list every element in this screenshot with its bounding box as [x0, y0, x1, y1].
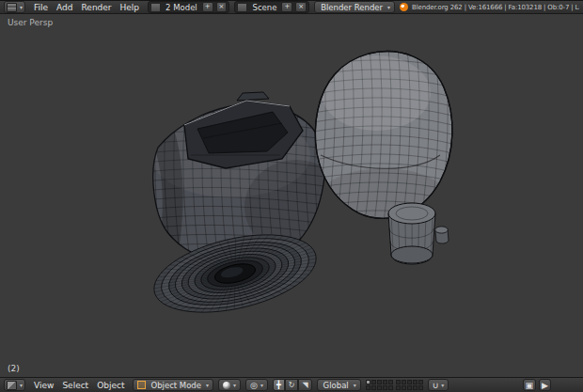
main-menubar: File Add Render Help [30, 3, 143, 12]
layer-cell[interactable] [388, 385, 393, 390]
menu-render[interactable]: Render [78, 3, 116, 12]
add-layout-button[interactable]: + [202, 2, 213, 12]
rotate-manipulator-button[interactable]: ↻ [285, 379, 299, 391]
menu-select[interactable]: Select [58, 381, 92, 390]
layer-cell[interactable] [418, 385, 423, 390]
layer-cell[interactable] [377, 385, 382, 390]
clapper-icon: ▶ [542, 381, 548, 390]
layer-cell[interactable] [383, 385, 387, 390]
menu-view[interactable]: View [30, 381, 57, 390]
menu-file[interactable]: File [30, 3, 52, 12]
viewport-editor-type-selector[interactable]: ▾ [4, 379, 25, 391]
object-mode-icon [137, 381, 146, 389]
chevron-down-icon: ▾ [20, 5, 23, 10]
chevron-down-icon: ▾ [441, 383, 444, 388]
screen-layout-selector[interactable]: 2 Model + × [148, 1, 229, 13]
delete-layout-button[interactable]: × [216, 2, 228, 12]
orientation-value: Global [322, 381, 351, 390]
layer-group [366, 380, 393, 390]
chevron-down-icon: ▾ [387, 5, 390, 10]
layer-cell[interactable] [377, 380, 382, 384]
layer-group [396, 380, 423, 390]
blender-logo-icon [400, 3, 408, 11]
chevron-down-icon: ▾ [206, 383, 209, 388]
menu-add[interactable]: Add [53, 3, 76, 12]
chevron-down-icon: ▾ [354, 383, 356, 388]
chevron-down-icon: ▾ [233, 383, 236, 388]
scene-value: Scene [250, 3, 278, 12]
mesh-object-shell[interactable] [308, 48, 459, 264]
layer-cell[interactable] [402, 385, 406, 390]
layer-cell[interactable] [407, 380, 412, 384]
delete-scene-button[interactable]: × [295, 2, 307, 12]
layer-cell[interactable] [413, 385, 418, 390]
browse-scenes-icon [237, 3, 247, 12]
mode-value: Object Mode [149, 381, 203, 390]
layer-cell[interactable] [418, 380, 423, 384]
engine-value: Blender Render [319, 3, 385, 12]
layer-cell[interactable] [366, 385, 370, 390]
layer-cell[interactable] [388, 380, 393, 384]
layer-cell[interactable] [402, 380, 406, 384]
layer-cell[interactable] [396, 385, 401, 390]
active-object-label: (2) [8, 364, 20, 373]
blender-app: ▾ File Add Render Help 2 Model + × Scene… [0, 0, 583, 392]
scale-manipulator-button[interactable]: ◥ [298, 379, 311, 391]
layer-cell[interactable] [407, 385, 412, 390]
shading-sphere-icon [223, 382, 230, 389]
info-editor-header: ▾ File Add Render Help 2 Model + × Scene… [0, 0, 583, 14]
layer-cell[interactable] [383, 380, 387, 384]
add-scene-button[interactable]: + [281, 2, 292, 12]
status-stats: Blender.org 262 | Ve:161666 | Fa:103218 … [400, 3, 579, 11]
layers-widget [366, 380, 423, 390]
transform-orientation-selector[interactable]: Global ▾ [317, 379, 361, 391]
translate-manipulator-button[interactable]: ╋ [273, 379, 285, 391]
editor-type-selector[interactable]: ▾ [4, 1, 25, 13]
wireframe-scene [0, 14, 583, 377]
viewport-3d[interactable]: User Persp (2) [0, 14, 583, 377]
render-tools: ▣ ▶ [523, 379, 551, 391]
manipulator-toggles: ╋ ↻ ◥ [273, 379, 312, 391]
layer-cell[interactable] [371, 380, 376, 384]
viewport-menubar: View Select Object [30, 381, 128, 390]
layer-cell[interactable] [371, 385, 376, 390]
viewport-header: ▾ View Select Object Object Mode ▾ ▾ ◎ ▾… [0, 377, 583, 392]
menu-help[interactable]: Help [117, 3, 144, 12]
browse-layouts-icon [150, 3, 161, 12]
mode-selector[interactable]: Object Mode ▾ [133, 379, 213, 391]
layer-cell[interactable] [396, 380, 401, 384]
menu-object[interactable]: Object [93, 381, 128, 390]
view-name-label: User Persp [8, 18, 53, 27]
snap-toggle-button[interactable]: ∪ ▾ [428, 379, 449, 391]
scene-statistics: Blender.org 262 | Ve:161666 | Fa:103218 … [412, 4, 579, 11]
layer-cell[interactable] [366, 380, 370, 384]
viewport-shading-selector[interactable]: ▾ [218, 379, 241, 391]
magnet-icon: ∪ [433, 381, 439, 390]
info-editor-icon [7, 3, 17, 12]
scene-selector[interactable]: Scene + × [234, 1, 309, 13]
3d-view-editor-icon [7, 381, 17, 390]
layer-cell[interactable] [413, 380, 418, 384]
opengl-render-button[interactable]: ▣ [523, 379, 537, 391]
chevron-down-icon: ▾ [260, 383, 263, 388]
chevron-down-icon: ▾ [20, 383, 23, 388]
render-engine-selector[interactable]: Blender Render ▾ [314, 1, 395, 13]
pivot-point-selector[interactable]: ◎ ▾ [245, 379, 268, 391]
camera-icon: ▣ [526, 381, 534, 390]
opengl-render-anim-button[interactable]: ▶ [539, 379, 551, 391]
pivot-icon: ◎ [250, 381, 258, 390]
screen-layout-value: 2 Model [164, 3, 199, 12]
